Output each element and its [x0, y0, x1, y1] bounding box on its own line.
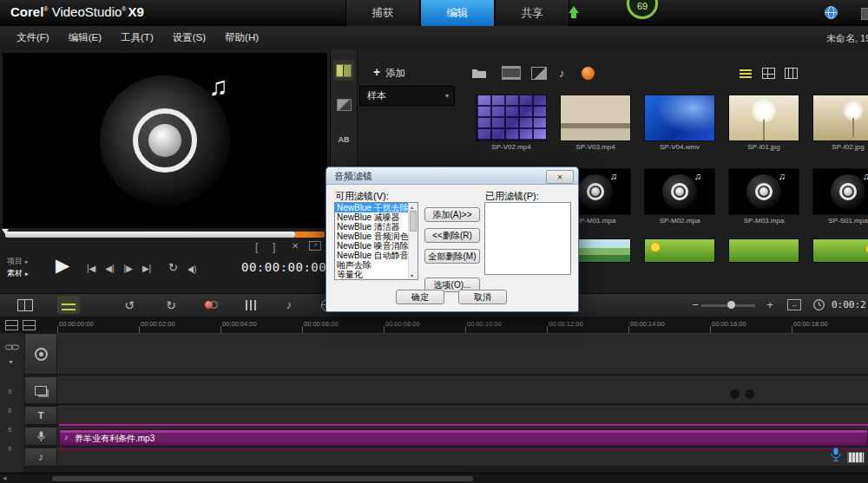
cancel-button[interactable]: 取消 [458, 290, 507, 304]
redo-button[interactable]: ↻ [160, 296, 182, 314]
preview-video-area[interactable]: ♫ [3, 53, 327, 228]
thumbnail-view-button[interactable] [785, 66, 798, 80]
timeline-view-button[interactable] [57, 296, 80, 314]
chain-link-icon[interactable] [5, 343, 19, 351]
library-thumbnail[interactable] [645, 239, 714, 262]
scroll-left-icon[interactable]: ◂ [3, 473, 7, 482]
remove-all-button[interactable]: 全部删除(M) [424, 249, 480, 264]
enlarge-preview-button[interactable]: ↗ [309, 241, 321, 251]
mode-project-label[interactable]: 项目▸ [7, 256, 29, 267]
sort-button[interactable] [740, 66, 752, 80]
scrollbar-thumb[interactable] [52, 476, 473, 481]
filter-list-item[interactable]: NewBlue 噪音消除器 [335, 241, 409, 251]
fit-timeline-button[interactable]: ↔ [783, 296, 806, 314]
timeline-ruler[interactable]: 00:00:00:0000:00:02:0000:00:04:0000:00:0… [0, 317, 868, 334]
show-photos-button[interactable] [531, 66, 547, 80]
title-track-header[interactable]: T [24, 406, 57, 425]
list-scrollbar-thumb[interactable] [410, 211, 417, 232]
zoom-slider-handle[interactable] [727, 301, 735, 309]
playhead-marker[interactable] [2, 229, 9, 234]
ok-button[interactable]: 确定 [396, 290, 444, 304]
filter-list-item[interactable]: NewBlue 清洁器 [335, 222, 409, 232]
library-thumbnail[interactable]: SP-I01.jpg [729, 95, 799, 140]
filter-list-item[interactable]: NewBlue 减噪器 [335, 212, 409, 222]
ripple-toggle-icon[interactable]: s [8, 387, 12, 395]
keyboard-icon[interactable] [847, 452, 865, 463]
list-scrollbar[interactable]: ▴ ▾ [408, 203, 418, 279]
seek-bar-end-handle[interactable] [295, 232, 325, 238]
globe-icon[interactable] [825, 6, 838, 23]
filter-list-item[interactable]: 啪声去除 [335, 260, 409, 270]
caret-down-icon[interactable]: ▼ [8, 359, 14, 365]
filter-list-item[interactable]: NewBlue 干扰去除器 [335, 203, 409, 212]
storyboard-view-button[interactable] [14, 296, 36, 314]
applied-filters-listbox[interactable] [484, 202, 571, 275]
add-filter-button[interactable]: 添加(A)>> [424, 207, 480, 222]
menu-item-edit[interactable]: 编辑(E) [59, 31, 111, 44]
undo-button[interactable]: ↺ [118, 296, 141, 314]
voice-track-header[interactable] [24, 427, 57, 446]
auto-music-button[interactable]: ♪ [278, 296, 300, 314]
volume-button[interactable]: ) [187, 264, 196, 274]
tab-capture[interactable]: 捕获 [345, 0, 420, 26]
scroll-down-icon[interactable]: ▾ [411, 272, 413, 278]
timeline-scrollbar[interactable]: ◂ [0, 473, 868, 483]
library-thumbnail[interactable] [729, 239, 799, 262]
menu-item-tools[interactable]: 工具(T) [111, 31, 163, 44]
library-thumbnail[interactable]: ♫SP-M02.mpa [645, 169, 714, 214]
mode-clip-label[interactable]: 素材▸ [7, 268, 29, 279]
music-track-header[interactable]: ♪ [24, 447, 57, 467]
repeat-button[interactable]: ↻ [168, 261, 178, 274]
dialog-close-button[interactable]: × [546, 170, 574, 184]
ripple-toggle-icon[interactable]: s [8, 406, 12, 414]
library-thumbnail[interactable] [813, 239, 868, 262]
show-3d-button[interactable] [582, 66, 595, 80]
list-view-button[interactable] [762, 66, 775, 80]
filter-list-item[interactable]: NewBlue 自动静音 [335, 251, 409, 260]
audio-clip[interactable]: ♪ 养羊业有利条件.mp3 [59, 429, 868, 447]
scroll-up-icon[interactable]: ▴ [411, 204, 413, 210]
transitions-panel-button[interactable] [333, 95, 354, 115]
ripple-toggle-icon[interactable]: s [8, 425, 12, 434]
next-frame-button[interactable]: |▶ [124, 264, 133, 273]
tab-edit[interactable]: 编辑 [420, 0, 495, 26]
ripple-toggle-icon[interactable]: s [8, 444, 12, 453]
seek-bar[interactable] [5, 232, 295, 238]
show-audio-button[interactable]: ♪ [559, 66, 565, 80]
available-filters-listbox[interactable]: NewBlue 干扰去除器NewBlue 减噪器NewBlue 清洁器NewBl… [334, 202, 418, 280]
media-panel-button[interactable] [333, 60, 354, 81]
upload-arrow-icon[interactable] [568, 6, 580, 20]
title-track[interactable] [57, 406, 868, 425]
library-thumbnail[interactable]: ♫SP-S01.mpa [813, 169, 868, 214]
library-thumbnail[interactable]: SP-V02.mp4 [477, 95, 546, 140]
tab-share[interactable]: 共享 [495, 0, 569, 26]
go-end-button[interactable]: ▶| [142, 264, 151, 273]
browse-button[interactable] [472, 66, 486, 80]
preview-timecode[interactable]: 00:00:00:00 [241, 260, 326, 274]
prev-frame-button[interactable]: ◀| [105, 264, 114, 273]
library-thumbnail[interactable]: SP-I02.jpg [813, 95, 868, 140]
split-clip-button[interactable]: ✕ [292, 241, 299, 251]
sound-mixer-button[interactable] [240, 296, 262, 314]
voiceover-button[interactable] [831, 447, 841, 466]
filter-list-item[interactable]: NewBlue 音频润色 [335, 232, 409, 241]
library-thumbnail[interactable]: ♫SP-M03.mpa [729, 169, 799, 214]
record-capture-button[interactable] [200, 296, 222, 314]
menu-item-file[interactable]: 文件(F) [7, 31, 59, 44]
remove-filter-button[interactable]: <<删除(R) [424, 228, 480, 243]
show-videos-button[interactable] [502, 66, 521, 80]
duration-clock-button[interactable] [807, 296, 830, 314]
zoom-slider[interactable] [701, 304, 755, 307]
track-edit-icon[interactable] [23, 320, 36, 330]
add-folder-button[interactable]: +添加 [373, 65, 405, 80]
menu-item-settings[interactable]: 设置(S) [163, 31, 215, 44]
go-start-button[interactable]: |◀ [87, 264, 95, 273]
dialog-titlebar[interactable]: 音频滤镜 × [326, 167, 578, 185]
gallery-selector[interactable]: 样本 ▾ [359, 86, 455, 106]
play-button[interactable]: ▶ [56, 256, 69, 274]
mark-in-button[interactable]: [ [255, 241, 258, 253]
library-thumbnail[interactable]: SP-V04.wmv [645, 95, 714, 140]
overlay-track-header[interactable] [24, 376, 57, 404]
window-menu-icon[interactable] [861, 8, 868, 20]
title-panel-button[interactable]: AB [333, 129, 354, 150]
